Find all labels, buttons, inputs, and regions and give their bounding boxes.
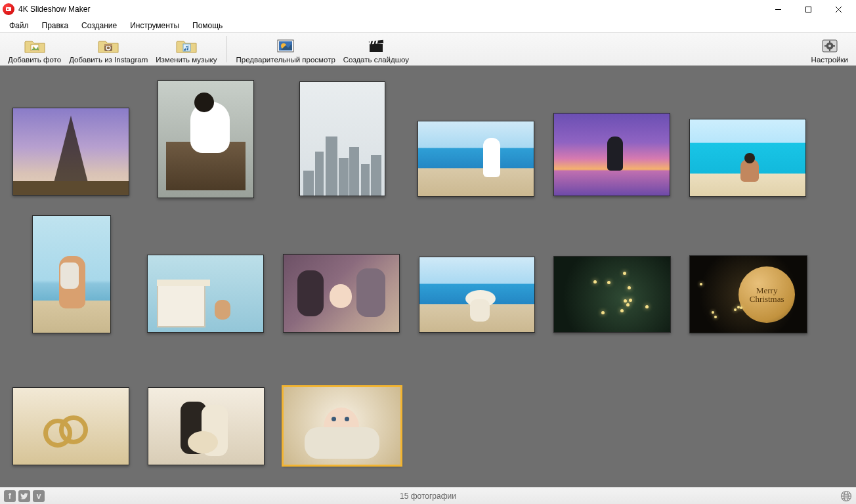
menu-edit[interactable]: Правка — [35, 20, 75, 32]
svg-rect-15 — [370, 44, 383, 52]
thumb-wedding[interactable] — [148, 387, 265, 465]
svg-rect-3 — [805, 7, 811, 12]
thumb-girl-wall[interactable] — [158, 80, 254, 198]
minimize-button[interactable] — [763, 0, 793, 18]
make-slideshow-button[interactable]: Создать слайдшоу — [339, 33, 413, 65]
photo-canvas[interactable]: Merry Christmas — [0, 66, 856, 487]
svg-rect-10 — [104, 44, 112, 46]
thumb-gold-rings[interactable] — [12, 387, 129, 465]
settings-button[interactable]: Настройки — [807, 33, 852, 65]
folder-music-icon — [175, 37, 198, 54]
thumb-beach-hat[interactable] — [419, 257, 535, 333]
thumb-city-skyline[interactable] — [299, 81, 385, 196]
menu-tools[interactable]: Инструменты — [123, 20, 186, 32]
thumb-sunset-heart[interactable] — [553, 113, 670, 196]
thumb-family-kiss[interactable] — [283, 254, 400, 333]
folder-instagram-icon — [97, 37, 119, 54]
thumb-baby[interactable] — [283, 387, 401, 465]
app-icon — [3, 3, 14, 15]
make-slideshow-label: Создать слайдшоу — [343, 56, 409, 64]
add-instagram-label: Добавить из Instagram — [69, 56, 148, 64]
settings-icon — [819, 37, 841, 54]
close-button[interactable] — [823, 0, 853, 18]
change-music-label: Изменить музыку — [156, 56, 217, 64]
vimeo-icon[interactable]: v — [33, 490, 45, 502]
preview-icon — [274, 37, 297, 54]
folder-photo-icon — [24, 37, 46, 54]
thumb-beach-kneel[interactable] — [32, 215, 111, 333]
clapper-icon — [365, 37, 387, 54]
thumb-tropical-sit[interactable] — [689, 119, 806, 197]
app-title: 4K Slideshow Maker — [18, 5, 90, 14]
menu-help[interactable]: Помощь — [186, 20, 229, 32]
maximize-button[interactable] — [793, 0, 823, 18]
add-photo-button[interactable]: Добавить фото — [4, 33, 65, 65]
thumb-lifeguard[interactable] — [147, 255, 264, 333]
thumb-merry-xmas[interactable]: Merry Christmas — [689, 255, 807, 333]
social-links: f v — [4, 490, 45, 502]
toolbar: Добавить фото Добавить из Instagram Изме… — [0, 33, 856, 66]
window-controls — [763, 0, 853, 18]
status-bar: f v 15 фотографии — [0, 487, 856, 504]
svg-point-1 — [7, 9, 9, 10]
menu-create[interactable]: Создание — [75, 20, 123, 32]
settings-label: Настройки — [811, 56, 848, 64]
change-music-button[interactable]: Изменить музыку — [152, 33, 221, 65]
menu-bar: Файл Правка Создание Инструменты Помощь — [0, 18, 856, 33]
preview-button[interactable]: Предварительный просмотр — [232, 33, 339, 65]
thumb-eiffel-tower[interactable] — [12, 108, 129, 196]
svg-point-26 — [828, 45, 831, 47]
add-instagram-button[interactable]: Добавить из Instagram — [65, 33, 152, 65]
title-bar: 4K Slideshow Maker — [0, 0, 856, 18]
facebook-icon[interactable]: f — [4, 490, 16, 502]
twitter-icon[interactable] — [18, 490, 30, 502]
menu-file[interactable]: Файл — [3, 20, 35, 32]
preview-label: Предварительный просмотр — [236, 56, 335, 64]
thumb-beach-walk[interactable] — [417, 121, 534, 197]
status-text: 15 фотографии — [400, 492, 456, 501]
add-photo-label: Добавить фото — [8, 56, 61, 64]
thumb-xmas-tree[interactable] — [553, 256, 671, 333]
toolbar-separator — [226, 36, 227, 62]
globe-icon[interactable] — [840, 490, 852, 502]
